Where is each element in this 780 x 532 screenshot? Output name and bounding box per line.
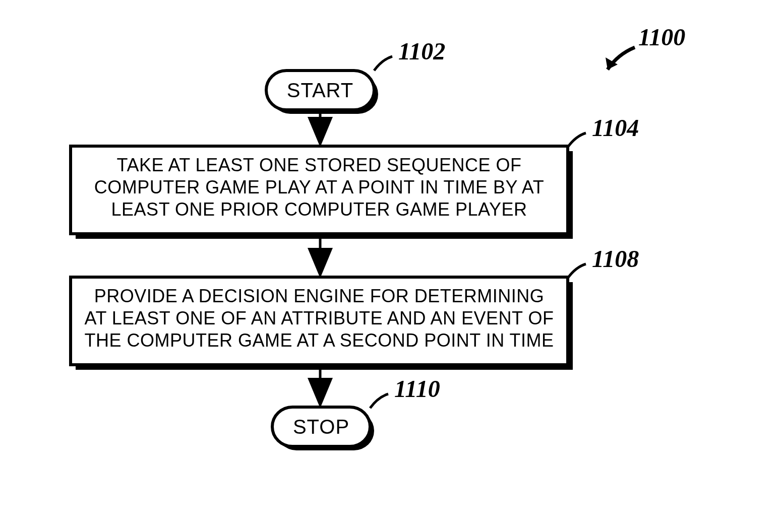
- ref-overall-arrow: [606, 47, 635, 70]
- step2-line1: PROVIDE A DECISION ENGINE FOR DETERMININ…: [94, 286, 545, 306]
- step1-line3: LEAST ONE PRIOR COMPUTER GAME PLAYER: [111, 199, 527, 220]
- step1-line1: TAKE AT LEAST ONE STORED SEQUENCE OF: [117, 155, 522, 175]
- stop-label: STOP: [293, 416, 349, 438]
- step2-line2: AT LEAST ONE OF AN ATTRIBUTE AND AN EVEN…: [85, 308, 554, 328]
- ref-overall: 1100: [638, 24, 685, 50]
- start-label: START: [287, 79, 353, 101]
- ref-step1: 1104: [592, 114, 639, 141]
- flowchart-diagram: START 1102 TAKE AT LEAST ONE STORED SEQU…: [0, 0, 780, 532]
- ref-stop: 1110: [394, 375, 440, 402]
- stop-node: STOP: [272, 407, 374, 450]
- ref-step2: 1108: [592, 245, 639, 272]
- step2-node: PROVIDE A DECISION ENGINE FOR DETERMININ…: [71, 277, 573, 370]
- start-node: START: [266, 71, 378, 114]
- step2-line3: THE COMPUTER GAME AT A SECOND POINT IN T…: [85, 330, 554, 351]
- step1-line2: COMPUTER GAME PLAY AT A POINT IN TIME BY…: [94, 177, 544, 197]
- ref-start: 1102: [398, 38, 445, 64]
- step1-node: TAKE AT LEAST ONE STORED SEQUENCE OF COM…: [71, 146, 573, 239]
